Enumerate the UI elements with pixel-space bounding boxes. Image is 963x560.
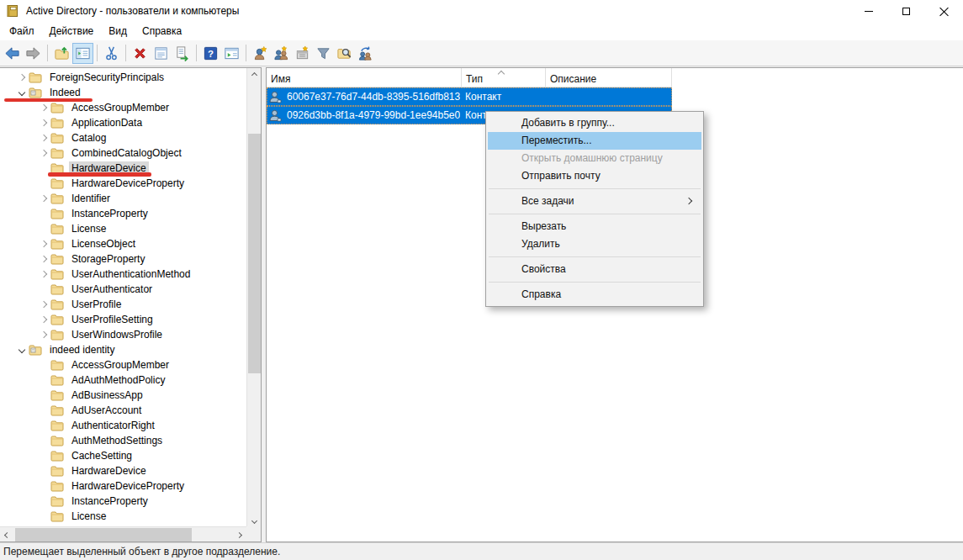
new-user-button[interactable] <box>250 43 271 64</box>
list-row[interactable]: 60067e37-76d7-44db-8395-516dfb813... Кон… <box>267 87 672 106</box>
folder-icon <box>50 465 64 477</box>
folder-icon <box>50 298 64 310</box>
tree-item[interactable]: AccessGroupMember <box>0 100 246 115</box>
column-header-description[interactable]: Описание <box>546 68 672 87</box>
expander-icon[interactable] <box>15 347 29 352</box>
context-menu-item[interactable]: Свойства <box>488 261 701 278</box>
tree-item[interactable]: UserProfileSetting <box>0 312 246 327</box>
expander-icon[interactable] <box>37 241 50 246</box>
tree-item[interactable]: UserProfile <box>0 297 246 312</box>
scroll-up-icon[interactable] <box>247 68 262 82</box>
scroll-left-icon[interactable] <box>0 527 14 542</box>
tree-vertical-scrollbar[interactable] <box>246 68 261 528</box>
delegate-control-button[interactable] <box>355 43 376 64</box>
tree-item[interactable]: AuthenticatorRight <box>0 418 246 433</box>
delete-button[interactable] <box>130 43 151 64</box>
tree-item[interactable]: AdUserAccount <box>0 403 246 418</box>
delete-icon <box>132 45 148 61</box>
tree-item[interactable]: LicenseObject <box>0 236 246 251</box>
close-button[interactable] <box>925 0 963 22</box>
tree-item-label: CacheSetting <box>69 449 135 462</box>
up-one-level-button[interactable] <box>51 43 72 64</box>
export-list-button[interactable] <box>172 43 193 64</box>
back-button[interactable] <box>2 43 23 64</box>
context-menu-item[interactable]: Все задачи <box>488 193 701 210</box>
expander-icon[interactable] <box>37 105 50 110</box>
toolbar-separator <box>196 45 197 61</box>
tree-item[interactable]: ForeignSecurityPrincipals <box>0 70 246 85</box>
find-button[interactable] <box>334 43 355 64</box>
tree-item[interactable]: HardwareDeviceProperty <box>0 478 246 494</box>
context-menu-item[interactable]: Добавить в группу... <box>488 114 701 132</box>
tree-item-label: ApplicationData <box>69 116 145 129</box>
expander-icon[interactable] <box>37 196 50 201</box>
folder-icon <box>50 329 64 341</box>
tree-item[interactable]: HardwareDevice <box>0 463 246 478</box>
tree-item[interactable]: indeed identity <box>0 342 246 357</box>
show-console-tree-button[interactable] <box>72 43 93 64</box>
new-group-button[interactable] <box>271 43 292 64</box>
expander-icon[interactable] <box>37 332 50 337</box>
tree-item[interactable]: License <box>0 509 246 524</box>
cell-description <box>549 87 670 106</box>
tree-item[interactable]: AdAuthMethodPolicy <box>0 372 246 388</box>
expander-icon[interactable] <box>37 256 50 262</box>
context-menu-item[interactable]: Справка <box>488 286 701 304</box>
expander-icon[interactable] <box>37 302 50 307</box>
tree-item[interactable]: InstanceProperty <box>0 206 246 221</box>
forward-button[interactable] <box>23 43 44 64</box>
tree-item[interactable]: ApplicationData <box>0 115 246 130</box>
tree-item[interactable]: UserWindowsProfile <box>0 327 246 342</box>
tree-item[interactable]: CombinedCatalogObject <box>0 145 246 161</box>
expander-icon[interactable] <box>15 75 29 80</box>
filter-button[interactable] <box>313 43 334 64</box>
tree-item-label: HardwareDeviceProperty <box>69 177 187 190</box>
tree-item[interactable]: CacheSetting <box>0 448 246 463</box>
column-header-name[interactable]: Имя <box>267 68 462 87</box>
expander-icon[interactable] <box>37 317 50 322</box>
vertical-scroll-thumb[interactable] <box>248 134 261 373</box>
tree-item[interactable]: Identifier <box>0 191 246 206</box>
tree-item[interactable]: UserAuthenticator <box>0 282 246 297</box>
tree-item-label: UserAuthenticator <box>69 283 155 296</box>
expander-icon[interactable] <box>15 90 29 95</box>
horizontal-scroll-thumb[interactable] <box>15 528 192 542</box>
context-menu-item[interactable]: Переместить... <box>488 132 701 150</box>
tree-item[interactable]: StorageProperty <box>0 251 246 267</box>
new-organizational-unit-button[interactable] <box>292 43 313 64</box>
expander-icon[interactable] <box>37 135 50 140</box>
tree-horizontal-scrollbar[interactable] <box>0 526 246 542</box>
scroll-right-icon[interactable] <box>232 527 246 542</box>
up-one-level-icon <box>54 45 70 61</box>
console-tree-pane: ForeignSecurityPrincipals Indeed AccessG… <box>0 67 262 542</box>
tree-item[interactable]: InstanceProperty <box>0 494 246 509</box>
tree-item-label: UserProfile <box>69 298 124 311</box>
menu-item[interactable]: Действие <box>42 23 102 40</box>
expander-icon[interactable] <box>37 272 50 277</box>
tree-item[interactable]: HardwareDeviceProperty <box>0 176 246 191</box>
expander-icon[interactable] <box>37 120 50 125</box>
context-menu-item[interactable]: Отправить почту <box>488 167 701 185</box>
context-menu-item[interactable]: Открыть домашнюю страницу <box>488 150 701 167</box>
context-menu-item[interactable]: Вырезать <box>488 218 701 235</box>
context-menu-item[interactable]: Удалить <box>488 235 701 253</box>
menu-item[interactable]: Файл <box>2 23 42 40</box>
minimize-button[interactable] <box>849 0 887 22</box>
tree-item-label: AdBusinessApp <box>69 388 146 402</box>
column-header-type[interactable]: Тип <box>462 68 546 87</box>
tree-item[interactable]: AdBusinessApp <box>0 388 246 403</box>
menu-item[interactable]: Справка <box>135 23 189 40</box>
app-window: Active Directory - пользователи и компью… <box>0 0 963 560</box>
tree-item[interactable]: UserAuthenticationMethod <box>0 267 246 282</box>
new-window-button[interactable] <box>221 43 242 64</box>
tree-item[interactable]: Catalog <box>0 130 246 145</box>
properties-button[interactable] <box>151 43 172 64</box>
expander-icon[interactable] <box>37 151 50 156</box>
help-button[interactable]: ? <box>200 43 221 64</box>
tree-item[interactable]: AccessGroupMember <box>0 357 246 372</box>
tree-item[interactable]: AuthMethodSettings <box>0 433 246 448</box>
cut-button[interactable] <box>101 43 122 64</box>
maximize-button[interactable] <box>887 0 925 22</box>
menu-item[interactable]: Вид <box>101 23 135 40</box>
tree-item[interactable]: License <box>0 221 246 236</box>
